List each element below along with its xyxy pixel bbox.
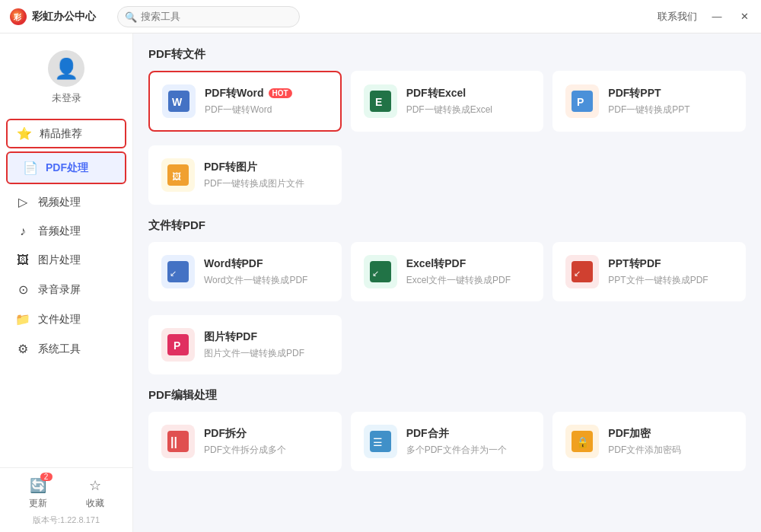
svg-text:E: E	[375, 96, 382, 108]
pdf-edit-grid: || PDF拆分 PDF文件拆分成多个 ☰ PDF合并	[148, 412, 746, 471]
logo-icon: 彩	[9, 8, 27, 26]
tool-ppt-pdf[interactable]: ↙ PPT转PDF PPT文件一键转换成PDF	[552, 242, 746, 301]
image-icon: 🖼	[15, 253, 30, 267]
title-bar-actions: 联系我们 — ✕	[658, 10, 752, 24]
word-pdf-text: Word转PDF Word文件一键转换成PDF	[204, 257, 329, 287]
pdf-merge-text: PDF合并 多个PDF文件合并为一个	[406, 427, 531, 457]
pdf-merge-title: PDF合并	[406, 427, 531, 441]
system-icon: ⚙	[15, 342, 30, 356]
tool-word-pdf[interactable]: ↙ Word转PDF Word文件一键转换成PDF	[148, 242, 342, 301]
pdf-word-desc: PDF一键转Word	[205, 104, 328, 116]
minimize-button[interactable]: —	[709, 11, 724, 22]
hot-badge: HOT	[269, 88, 292, 98]
tool-pdf-merge[interactable]: ☰ PDF合并 多个PDF文件合并为一个	[351, 412, 544, 471]
tool-pdf-word[interactable]: W PDF转Word HOT PDF一键转Word	[148, 71, 342, 132]
pdf-split-desc: PDF文件拆分成多个	[204, 444, 329, 457]
title-bar: 彩 彩虹办公中心 🔍 联系我们 — ✕	[0, 0, 761, 33]
audio-icon: ♪	[15, 225, 30, 238]
ppt-pdf-icon: ↙	[572, 261, 593, 282]
sidebar-item-featured-label: 精品推荐	[40, 127, 82, 141]
word-pdf-title: Word转PDF	[204, 257, 329, 271]
pdf-encrypt-icon-box: 🔒	[565, 425, 599, 458]
sidebar-item-video[interactable]: ▷ 视频处理	[0, 187, 132, 217]
sidebar-item-file[interactable]: 📁 文件处理	[0, 304, 132, 334]
user-label: 未登录	[52, 91, 81, 105]
svg-text:↙: ↙	[372, 269, 379, 278]
section-pdf-to-file-title: PDF转文件	[148, 47, 746, 62]
version-label: 版本号:1.22.8.171	[9, 514, 123, 526]
pdf-split-icon-box: ||	[161, 425, 195, 458]
pdf-split-title: PDF拆分	[204, 427, 329, 441]
video-icon: ▷	[15, 195, 30, 209]
pdf-icon: 📄	[23, 161, 38, 175]
img-to-pdf-row: P 图片转PDF 图片文件一键转换成PDF	[148, 315, 746, 374]
record-icon: ⊙	[15, 282, 30, 297]
svg-text:P: P	[577, 96, 584, 108]
app-title: 彩虹办公中心	[32, 10, 96, 24]
pdf-ppt-desc: PDF一键转换成PPT	[608, 104, 733, 116]
svg-text:||: ||	[170, 435, 177, 448]
sidebar-item-audio[interactable]: ♪ 音频处理	[0, 217, 132, 246]
sidebar-item-featured[interactable]: ⭐ 精品推荐	[6, 119, 126, 148]
tool-img-pdf[interactable]: P 图片转PDF 图片文件一键转换成PDF	[148, 315, 342, 374]
pdf-split-text: PDF拆分 PDF文件拆分成多个	[204, 427, 329, 457]
tool-pdf-split[interactable]: || PDF拆分 PDF文件拆分成多个	[148, 412, 342, 471]
search-bar[interactable]: 🔍	[117, 6, 300, 27]
featured-icon: ⭐	[17, 126, 32, 141]
section-pdf-edit-title: PDF编辑处理	[148, 388, 746, 403]
tool-pdf-excel[interactable]: E PDF转Excel PDF一键转换成Excel	[351, 71, 544, 132]
pdf-split-icon: ||	[167, 431, 189, 452]
search-icon: 🔍	[125, 11, 137, 22]
pdf-encrypt-text: PDF加密 PDF文件添加密码	[608, 427, 733, 457]
tool-pdf-ppt[interactable]: P PDF转PPT PDF一键转换成PPT	[552, 71, 746, 132]
pdf-img-desc: PDF一键转换成图片文件	[204, 177, 329, 190]
pdf-word-title: PDF转Word HOT	[205, 87, 328, 100]
svg-text:🔒: 🔒	[576, 436, 590, 449]
pdf-encrypt-icon: 🔒	[572, 431, 593, 452]
search-input[interactable]	[117, 6, 300, 27]
svg-text:☰: ☰	[373, 436, 383, 448]
excel-pdf-icon: ↙	[370, 261, 391, 282]
close-button[interactable]: ✕	[737, 11, 752, 22]
sidebar-item-image[interactable]: 🖼 图片处理	[0, 246, 132, 275]
file-icon: 📁	[15, 312, 30, 327]
tool-pdf-encrypt[interactable]: 🔒 PDF加密 PDF文件添加密码	[552, 412, 746, 471]
excel-pdf-title: Excel转PDF	[406, 257, 531, 271]
word-pdf-icon: ↙	[167, 261, 189, 282]
img-pdf-icon: P	[167, 334, 189, 355]
sidebar-item-image-label: 图片处理	[38, 253, 81, 267]
pdf-ppt-title: PDF转PPT	[608, 87, 733, 100]
app-logo: 彩 彩虹办公中心	[9, 8, 96, 26]
favorite-button[interactable]: ☆ 收藏	[86, 477, 104, 510]
tool-pdf-img[interactable]: 🖼 PDF转图片 PDF一键转换成图片文件	[148, 145, 342, 205]
tool-excel-pdf[interactable]: ↙ Excel转PDF Excel文件一键转换成PDF	[351, 242, 544, 301]
excel-pdf-text: Excel转PDF Excel文件一键转换成PDF	[406, 257, 531, 287]
favorite-icon: ☆	[89, 477, 101, 494]
sidebar-item-pdf[interactable]: 📄 PDF处理	[6, 151, 126, 184]
pdf-encrypt-title: PDF加密	[608, 427, 733, 441]
sidebar-item-file-label: 文件处理	[38, 313, 81, 327]
update-button[interactable]: 🔄 2 更新	[29, 477, 47, 510]
svg-text:🖼: 🖼	[172, 171, 181, 182]
svg-text:↙: ↙	[574, 269, 581, 278]
favorite-label: 收藏	[86, 497, 104, 510]
sidebar-item-video-label: 视频处理	[38, 196, 81, 209]
sidebar-item-pdf-label: PDF处理	[46, 161, 88, 175]
pdf-merge-desc: 多个PDF文件合并为一个	[406, 444, 531, 457]
svg-text:↙: ↙	[170, 269, 177, 278]
excel-pdf-icon-box: ↙	[364, 255, 397, 288]
word-pdf-desc: Word文件一键转换成PDF	[204, 274, 329, 287]
pdf-merge-icon: ☰	[370, 431, 391, 452]
svg-text:W: W	[172, 96, 183, 108]
contact-link[interactable]: 联系我们	[658, 10, 697, 24]
ppt-pdf-title: PPT转PDF	[608, 257, 733, 271]
bottom-actions: 🔄 2 更新 ☆ 收藏	[9, 477, 123, 510]
pdf-ppt-text: PDF转PPT PDF一键转换成PPT	[608, 87, 733, 116]
ppt-pdf-text: PPT转PDF PPT文件一键转换成PDF	[608, 257, 733, 287]
pdf-word-icon-box: W	[162, 84, 196, 118]
sidebar-item-system[interactable]: ⚙ 系统工具	[0, 334, 132, 364]
svg-text:P: P	[174, 339, 180, 352]
main-layout: 👤 未登录 ⭐ 精品推荐 📄 PDF处理 ▷ 视频处理 ♪ 音频处理	[0, 33, 761, 532]
sidebar-item-record[interactable]: ⊙ 录音录屏	[0, 275, 132, 304]
pdf-excel-title: PDF转Excel	[406, 87, 531, 100]
